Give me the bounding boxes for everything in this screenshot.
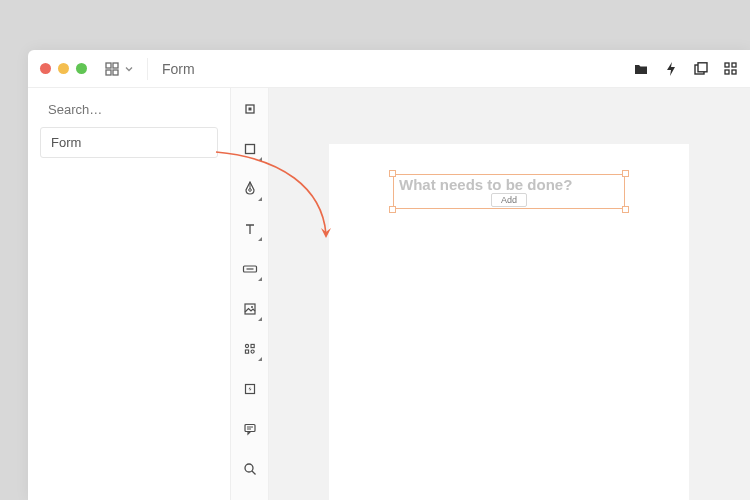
stack-tool[interactable] xyxy=(237,336,263,362)
resize-handle-bl[interactable] xyxy=(389,206,396,213)
pen-icon xyxy=(243,181,257,197)
search-field[interactable] xyxy=(40,98,218,127)
titlebar-actions xyxy=(634,62,738,76)
form-add-button[interactable]: Add xyxy=(491,193,527,207)
stack-icon xyxy=(243,342,257,356)
select-tool[interactable] xyxy=(237,96,263,122)
text-icon xyxy=(243,222,257,236)
svg-rect-13 xyxy=(248,108,251,111)
selected-element[interactable]: What needs to be done? Add xyxy=(393,174,625,209)
app-window: Form xyxy=(28,50,750,500)
app-body: Form xyxy=(28,88,750,500)
components-icon[interactable] xyxy=(724,62,738,76)
titlebar: Form xyxy=(28,50,750,88)
rectangle-tool[interactable] xyxy=(237,136,263,162)
svg-point-29 xyxy=(245,464,253,472)
document-title: Form xyxy=(162,61,195,77)
chevron-down-icon xyxy=(125,65,133,73)
svg-rect-9 xyxy=(732,70,736,74)
tool-expand-indicator xyxy=(258,157,262,161)
comment-tool[interactable] xyxy=(237,416,263,442)
tool-rail xyxy=(231,88,269,500)
left-sidebar: Form xyxy=(28,88,231,500)
svg-point-15 xyxy=(248,189,251,192)
svg-rect-6 xyxy=(725,63,729,67)
comment-icon xyxy=(243,422,257,436)
tool-expand-indicator xyxy=(258,277,262,281)
close-window-button[interactable] xyxy=(40,63,51,74)
button-icon xyxy=(242,263,258,275)
svg-rect-7 xyxy=(732,63,736,67)
search-input[interactable] xyxy=(48,102,216,117)
tool-expand-indicator xyxy=(258,317,262,321)
svg-rect-5 xyxy=(698,62,707,71)
canvas[interactable]: What needs to be done? Add xyxy=(269,88,750,500)
action-tool[interactable] xyxy=(237,376,263,402)
lightning-icon[interactable] xyxy=(664,62,678,76)
svg-rect-1 xyxy=(113,63,118,68)
magnifier-icon xyxy=(243,462,257,476)
svg-rect-2 xyxy=(106,70,111,75)
resize-handle-br[interactable] xyxy=(622,206,629,213)
pen-tool[interactable] xyxy=(237,176,263,202)
svg-point-21 xyxy=(245,344,248,347)
tool-expand-indicator xyxy=(258,357,262,361)
folder-icon[interactable] xyxy=(634,62,648,76)
svg-rect-3 xyxy=(113,70,118,75)
form-placeholder-text: What needs to be done? xyxy=(395,176,623,193)
select-icon xyxy=(243,102,257,116)
sidebar-item-label: Form xyxy=(51,135,81,150)
form-component: What needs to be done? Add xyxy=(395,176,623,207)
rectangle-icon xyxy=(243,142,257,156)
svg-rect-14 xyxy=(245,145,254,154)
svg-rect-0 xyxy=(106,63,111,68)
tool-expand-indicator xyxy=(258,197,262,201)
window-controls xyxy=(40,63,87,74)
svg-rect-8 xyxy=(725,70,729,74)
image-icon xyxy=(243,302,257,316)
svg-point-20 xyxy=(251,306,253,308)
zoom-window-button[interactable] xyxy=(76,63,87,74)
svg-rect-23 xyxy=(245,350,248,353)
zoom-tool[interactable] xyxy=(237,456,263,482)
divider xyxy=(147,58,148,80)
svg-rect-22 xyxy=(251,344,254,347)
svg-point-24 xyxy=(251,350,254,353)
grid-icon xyxy=(105,62,119,76)
svg-rect-26 xyxy=(245,425,255,432)
resize-handle-tr[interactable] xyxy=(622,170,629,177)
tool-expand-indicator xyxy=(258,237,262,241)
view-switcher[interactable] xyxy=(105,62,133,76)
sidebar-item-form[interactable]: Form xyxy=(40,127,218,158)
action-icon xyxy=(243,382,257,396)
svg-line-30 xyxy=(252,471,256,475)
text-tool[interactable] xyxy=(237,216,263,242)
image-tool[interactable] xyxy=(237,296,263,322)
minimize-window-button[interactable] xyxy=(58,63,69,74)
button-tool[interactable] xyxy=(237,256,263,282)
duplicate-icon[interactable] xyxy=(694,62,708,76)
